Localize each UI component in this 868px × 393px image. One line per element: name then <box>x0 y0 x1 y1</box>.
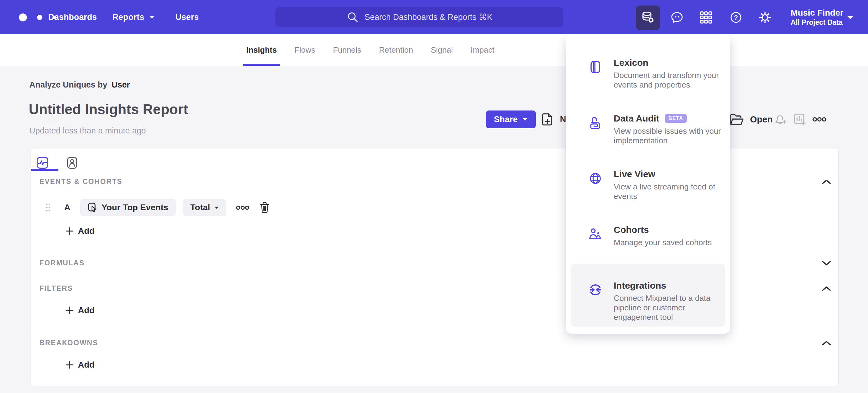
collapse-breakdowns-button[interactable] <box>821 339 832 347</box>
plus-icon <box>66 361 74 369</box>
menu-item-desc: Connect Mixpanel to a data pipeline or c… <box>614 293 722 322</box>
menu-item-title: Live View <box>614 169 655 179</box>
section-label-filters: FILTERS <box>39 284 73 292</box>
page-plus-icon <box>540 112 554 127</box>
analyze-label: Analyze Uniques by <box>29 80 107 89</box>
analyze-by-control[interactable]: Analyze Uniques byUser <box>29 80 130 90</box>
menu-item-desc: Manage your saved cohorts <box>614 238 722 247</box>
search-input[interactable]: Search Dashboards & Reports ⌘K <box>275 7 563 27</box>
event-query-row: A Your Top Events Total <box>45 199 271 216</box>
caret-down-icon <box>214 206 219 209</box>
nav-item-users[interactable]: Users <box>176 0 199 34</box>
expand-formulas-button[interactable] <box>821 259 832 267</box>
menu-item-integrations[interactable]: Integrations Connect Mixpanel to a data … <box>570 264 725 327</box>
add-breakdown-button[interactable]: Add <box>66 360 94 370</box>
search-icon <box>346 11 359 24</box>
menu-item-live-view[interactable]: Live View View a live streaming feed of … <box>570 164 725 220</box>
metric-selector-button[interactable]: Total <box>183 199 226 216</box>
nav-item-reports[interactable]: Reports <box>113 0 155 34</box>
section-label-formulas: FORMULAS <box>39 259 85 267</box>
section-label-events: EVENTS & COHORTS <box>39 177 123 186</box>
analyze-value: User <box>112 80 130 89</box>
tab-impact[interactable]: Impact <box>471 34 495 66</box>
database-gear-icon <box>640 10 656 26</box>
help-button[interactable]: ? <box>728 10 743 25</box>
more-icon <box>812 117 827 122</box>
chat-bubble-icon <box>670 10 684 25</box>
tab-retention[interactable]: Retention <box>379 34 413 66</box>
nav-item-dashboards[interactable]: Dashboards <box>48 0 97 34</box>
event-selector-button[interactable]: Your Top Events <box>80 199 176 216</box>
settings-button[interactable] <box>758 10 772 25</box>
more-options-button[interactable] <box>812 112 827 127</box>
tab-funnels[interactable]: Funnels <box>333 34 362 66</box>
add-label: Add <box>78 306 94 315</box>
trash-icon[interactable] <box>258 201 271 214</box>
chart-plus-icon <box>793 112 807 127</box>
data-audit-lock-icon <box>588 115 603 130</box>
nav-item-label: Reports <box>113 12 144 22</box>
tab-events-view[interactable] <box>36 156 49 170</box>
integrations-sync-icon <box>588 282 603 297</box>
search-placeholder: Search Dashboards & Reports ⌘K <box>365 12 493 22</box>
series-letter: A <box>64 203 70 213</box>
tab-label: Impact <box>471 45 495 55</box>
share-button[interactable]: Share <box>486 111 536 128</box>
add-event-button[interactable]: Add <box>66 226 94 236</box>
cohorts-people-icon <box>588 227 603 242</box>
collapse-events-button[interactable] <box>821 178 832 186</box>
tab-label: Retention <box>379 45 413 55</box>
row-more-icon[interactable] <box>236 205 249 210</box>
page-title: Untitled Insights Report <box>29 101 188 117</box>
tab-signal[interactable]: Signal <box>431 34 453 66</box>
menu-item-data-audit[interactable]: Data Audit BETA View possible issues wit… <box>570 108 725 164</box>
menu-item-desc: View possible issues with your implement… <box>614 127 722 145</box>
add-filter-button[interactable]: Add <box>66 306 94 315</box>
section-label-breakdowns: BREAKDOWNS <box>39 339 98 347</box>
tab-label: Signal <box>431 45 453 55</box>
event-icon <box>87 202 97 213</box>
chevron-down-icon <box>523 118 528 121</box>
chevron-down-icon[interactable] <box>847 15 853 21</box>
add-label: Add <box>78 226 94 236</box>
tab-label: Funnels <box>333 45 362 55</box>
gear-icon <box>758 10 772 25</box>
event-name: Your Top Events <box>101 203 168 213</box>
drag-handle[interactable] <box>45 203 51 212</box>
collapse-filters-button[interactable] <box>821 285 832 292</box>
open-button[interactable]: Open <box>729 111 773 128</box>
menu-item-desc: View a live streaming feed of events <box>614 182 722 201</box>
menu-item-desc: Document and transform your events and p… <box>614 71 722 90</box>
add-to-board-button[interactable] <box>792 112 807 127</box>
tab-profiles-view[interactable] <box>65 156 79 170</box>
open-label: Open <box>750 114 773 124</box>
plus-icon <box>66 306 74 314</box>
data-management-button[interactable] <box>636 5 660 30</box>
line-chart-icon <box>36 156 49 170</box>
tab-label: Insights <box>246 45 277 55</box>
apps-grid-button[interactable] <box>699 10 713 25</box>
user-profile-icon <box>65 156 79 170</box>
grid-icon <box>699 10 713 25</box>
tab-flows[interactable]: Flows <box>294 34 315 66</box>
updated-timestamp: Updated less than a minute ago <box>29 126 146 136</box>
create-alert-button[interactable] <box>773 112 788 127</box>
bell-plus-icon <box>773 112 787 127</box>
lexicon-icon <box>588 60 603 74</box>
chevron-down-icon <box>149 16 155 19</box>
metric-value: Total <box>190 203 210 213</box>
nav-item-label: Users <box>176 12 199 22</box>
report-tabs: Insights Flows Funnels Retention Signal … <box>246 34 495 66</box>
add-label: Add <box>78 360 94 370</box>
menu-item-lexicon[interactable]: Lexicon Document and transform your even… <box>570 53 725 108</box>
nav-item-label: Dashboards <box>48 12 97 22</box>
question-circle-icon: ? <box>728 10 743 25</box>
menu-item-title: Lexicon <box>614 58 648 68</box>
menu-item-title: Data Audit <box>614 113 659 124</box>
beta-badge: BETA <box>665 114 687 123</box>
tab-insights[interactable]: Insights <box>246 34 277 66</box>
messages-button[interactable] <box>670 10 684 25</box>
svg-text:?: ? <box>734 14 738 22</box>
plus-icon <box>66 227 74 235</box>
project-selector[interactable]: Music Finder All Project Data <box>791 0 843 34</box>
